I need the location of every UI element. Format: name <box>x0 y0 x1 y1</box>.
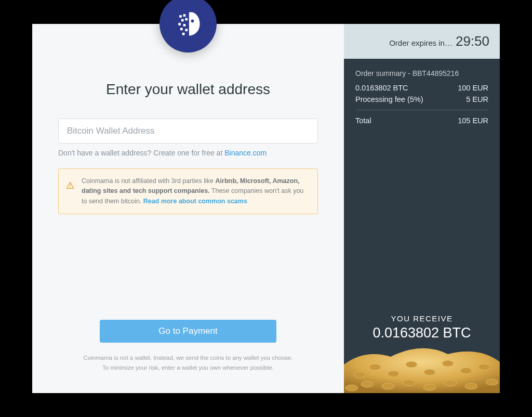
svg-point-18 <box>460 368 472 374</box>
svg-point-14 <box>388 371 399 377</box>
svg-rect-5 <box>183 24 186 27</box>
scam-warning-box: Coinmama is not affiliated with 3rd part… <box>58 168 318 214</box>
svg-rect-0 <box>179 15 182 18</box>
svg-rect-6 <box>180 28 183 31</box>
row-fee-amount: 5 EUR <box>466 95 488 103</box>
receive-block: YOU RECEIVE 0.0163802 BTC <box>344 314 500 341</box>
svg-point-24 <box>444 380 457 386</box>
wallet-address-input[interactable] <box>58 119 318 144</box>
svg-point-9 <box>191 20 194 23</box>
row-total-label: Total <box>355 116 371 125</box>
expires-timer: 29:50 <box>456 33 489 49</box>
svg-point-26 <box>486 379 498 385</box>
summary-divider <box>355 110 488 110</box>
go-to-payment-button[interactable]: Go to Payment <box>100 320 276 343</box>
summary-row-amount: 0.0163802 BTC 100 EUR <box>355 84 488 92</box>
svg-rect-8 <box>182 33 185 35</box>
checkout-card: Enter your wallet address Don't have a w… <box>32 24 500 393</box>
svg-point-12 <box>354 372 365 378</box>
summary-row-fee: Processing fee (5%) 5 EUR <box>355 95 488 103</box>
warning-icon <box>66 181 74 193</box>
coins-icon <box>344 338 500 393</box>
row-btc-amount: 0.0163802 BTC <box>355 84 408 92</box>
wallet-panel: Enter your wallet address Don't have a w… <box>32 24 344 393</box>
svg-point-20 <box>361 381 374 387</box>
order-summary: Order summary - BBT44895216 0.0163802 BT… <box>344 59 500 138</box>
row-fee-label: Processing fee (5%) <box>355 95 423 103</box>
brand-logo <box>159 0 217 53</box>
helper-prefix: Don't have a wallet address? Create one … <box>58 149 224 157</box>
svg-point-23 <box>423 384 436 390</box>
svg-rect-2 <box>181 19 184 22</box>
svg-point-25 <box>465 383 477 389</box>
order-summary-title: Order summary - BBT44895216 <box>355 69 488 77</box>
binance-link[interactable]: Binance.com <box>224 149 267 157</box>
coins-illustration <box>344 338 500 393</box>
warning-text-pre: Coinmama is not affiliated with 3rd part… <box>82 177 216 185</box>
face-logo-icon <box>172 8 204 40</box>
svg-point-15 <box>406 361 417 368</box>
svg-point-16 <box>424 369 435 375</box>
summary-row-total: Total 105 EUR <box>355 116 488 125</box>
expires-label: Order expires in… <box>389 38 453 47</box>
page-title: Enter your wallet address <box>106 81 270 98</box>
scam-info-link[interactable]: Read more about common scams <box>143 198 247 205</box>
footnote-line-2: To minimize your risk, enter a wallet yo… <box>83 363 292 372</box>
row-eur-amount: 100 EUR <box>458 84 488 92</box>
footnote: Coinmama is not a wallet. Instead, we se… <box>83 353 292 372</box>
svg-point-11 <box>70 187 71 188</box>
wallet-input-wrap: Don't have a wallet address? Create one … <box>58 119 318 214</box>
svg-point-21 <box>382 383 394 389</box>
receive-label: YOU RECEIVE <box>344 314 500 323</box>
svg-point-22 <box>403 380 415 386</box>
svg-point-27 <box>345 385 358 391</box>
order-expires-bar: Order expires in… 29:50 <box>344 24 500 59</box>
row-total-amount: 105 EUR <box>458 116 488 125</box>
svg-rect-7 <box>185 29 188 31</box>
svg-point-13 <box>369 364 381 370</box>
svg-rect-3 <box>185 18 188 21</box>
svg-point-17 <box>442 360 454 367</box>
footnote-line-1: Coinmama is not a wallet. Instead, we se… <box>83 353 292 362</box>
order-summary-panel: Order expires in… 29:50 Order summary - … <box>344 24 500 393</box>
svg-point-19 <box>478 364 490 370</box>
svg-rect-1 <box>183 14 186 17</box>
svg-rect-4 <box>178 23 181 25</box>
helper-text: Don't have a wallet address? Create one … <box>58 149 318 157</box>
